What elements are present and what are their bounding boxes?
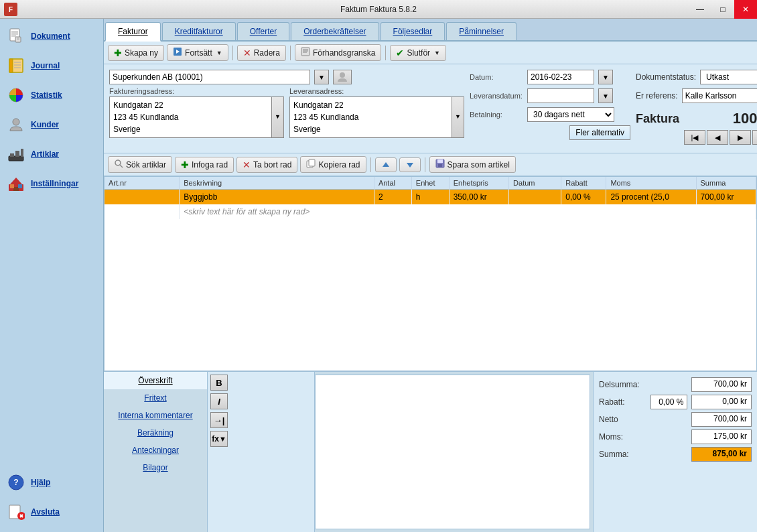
tab-foljesedlar[interactable]: Följesedlar bbox=[381, 22, 445, 40]
datum-cal-button[interactable]: ▼ bbox=[598, 70, 613, 84]
delsumma-label: Delsumma: bbox=[599, 380, 646, 389]
rabatt-pct-input[interactable] bbox=[650, 395, 687, 409]
summa-value: 875,00 kr bbox=[691, 447, 752, 462]
faktureringsadress-dropdown[interactable]: ▼ bbox=[271, 97, 283, 137]
text-editor[interactable] bbox=[316, 375, 590, 529]
new-row[interactable]: <skriv text här för att skapa ny rad> bbox=[105, 204, 756, 219]
sidebar-label-kunder: Kunder bbox=[31, 120, 59, 129]
table-row[interactable]: Byggjobb 2 h 350,00 kr 0,00 % 25 procent… bbox=[105, 190, 756, 204]
down-arrow-button[interactable] bbox=[399, 157, 421, 172]
sidebar-item-dokument[interactable]: Dokument bbox=[0, 21, 103, 51]
sidebar-item-statistik[interactable]: Statistik bbox=[0, 80, 103, 110]
customer-dropdown-button[interactable]: ▼ bbox=[314, 70, 329, 84]
nav-next-button[interactable]: ▶ bbox=[730, 130, 751, 145]
formula-button[interactable]: fx▼ bbox=[210, 431, 228, 447]
statistik-icon bbox=[7, 86, 25, 105]
close-button[interactable]: ✕ bbox=[734, 0, 757, 19]
tab-kreditfakturor[interactable]: Kreditfakturor bbox=[162, 22, 236, 40]
hjalp-button[interactable]: ? Hjälp bbox=[0, 468, 103, 497]
betalning-select[interactable]: 30 dagars nett bbox=[527, 107, 614, 122]
betalning-label: Betalning: bbox=[470, 111, 523, 119]
indent-button[interactable]: →| bbox=[210, 412, 228, 428]
forhandsgranska-button[interactable]: Förhandsgranska bbox=[295, 44, 381, 61]
sok-artiklar-button[interactable]: Sök artiklar bbox=[108, 156, 172, 173]
main-toolbar: ✚ Skapa ny Fortsätt ▼ ✕ Radera Förhand bbox=[104, 42, 757, 64]
er-referens-input[interactable] bbox=[682, 88, 757, 103]
dokumentstatus-row: Dokumentstatus: Utkast bbox=[636, 70, 757, 84]
betalning-row: Betalning: 30 dagars nett bbox=[470, 107, 630, 122]
sidebar-label-statistik: Statistik bbox=[31, 90, 62, 100]
main-layout: Dokument Journal bbox=[0, 19, 757, 532]
bottom-tab-anteckningar[interactable]: Anteckningar bbox=[104, 442, 207, 459]
fler-alternativ-button[interactable]: Fler alternativ bbox=[569, 125, 630, 140]
fortsatt-button[interactable]: Fortsätt ▼ bbox=[167, 44, 228, 61]
tab-paminnelser[interactable]: Påminnelser bbox=[446, 22, 517, 40]
form-top: ▼ Faktureringsadress: Kundgatan 22 123 4… bbox=[109, 70, 752, 147]
delsumma-value: 700,00 kr bbox=[691, 377, 752, 392]
nav-first-button[interactable]: |◀ bbox=[684, 130, 705, 145]
bottom-tab-berakning[interactable]: Beräkning bbox=[104, 424, 207, 442]
svg-point-36 bbox=[115, 160, 121, 165]
italic-button[interactable]: I bbox=[210, 393, 228, 409]
customer-person-button[interactable] bbox=[333, 70, 352, 84]
faktureringsadress-block: Faktureringsadress: Kundgatan 22 123 45 … bbox=[109, 87, 284, 138]
bottom-text-area[interactable] bbox=[315, 375, 590, 529]
spara-som-artikel-button[interactable]: Spara som artikel bbox=[429, 156, 516, 173]
ta-bort-rad-button[interactable]: ✕ Ta bort rad bbox=[236, 157, 297, 173]
svg-rect-31 bbox=[301, 48, 309, 56]
bold-button[interactable]: B bbox=[210, 375, 228, 391]
bottom-tab-overskrift[interactable]: Överskrift bbox=[104, 372, 207, 389]
tab-fakturor[interactable]: Fakturor bbox=[105, 22, 161, 42]
moms-value: 175,00 kr bbox=[691, 429, 752, 444]
form-area: ▼ Faktureringsadress: Kundgatan 22 123 4… bbox=[104, 64, 757, 153]
nav-last-button[interactable]: ▶| bbox=[752, 130, 757, 145]
leveransdatum-cal-button[interactable]: ▼ bbox=[598, 88, 613, 103]
invoice-table: Art.nr Beskrivning Antal Enhet Enhetspri… bbox=[105, 177, 756, 219]
kopiera-rad-button[interactable]: Kopiera rad bbox=[300, 156, 366, 173]
svg-rect-44 bbox=[438, 164, 442, 167]
summa-label: Summa: bbox=[599, 450, 646, 459]
cell-datum bbox=[509, 190, 561, 204]
bottom-tab-fritext[interactable]: Fritext bbox=[104, 389, 207, 407]
bottom-tab-interna-kommentarer[interactable]: Interna kommentarer bbox=[104, 407, 207, 424]
ta-bort-icon: ✕ bbox=[243, 159, 251, 170]
bottom-tab-bilagor[interactable]: Bilagor bbox=[104, 459, 207, 476]
table-area: Art.nr Beskrivning Antal Enhet Enhetspri… bbox=[104, 176, 757, 371]
rabatt-value: 0,00 kr bbox=[691, 395, 752, 409]
form-middle: Datum: ▼ Leveransdatum: ▼ Betalning: 30 … bbox=[470, 70, 630, 140]
cell-rabatt: 0,00 % bbox=[561, 190, 606, 204]
leveransadress-dropdown[interactable]: ▼ bbox=[452, 97, 464, 137]
faktura-row: Faktura 10004 bbox=[636, 110, 757, 127]
tab-orderbekraftelser[interactable]: Orderbekräftelser bbox=[291, 22, 378, 40]
svg-marker-41 bbox=[407, 163, 413, 168]
svg-marker-40 bbox=[383, 162, 389, 167]
nav-prev-button[interactable]: ◀ bbox=[707, 130, 728, 145]
customer-input[interactable] bbox=[109, 70, 310, 84]
datum-label: Datum: bbox=[470, 73, 523, 81]
dokumentstatus-select[interactable]: Utkast bbox=[700, 70, 757, 84]
tab-offerter[interactable]: Offerter bbox=[237, 22, 289, 40]
svg-rect-3 bbox=[11, 36, 16, 37]
col-antal: Antal bbox=[374, 177, 411, 190]
fortsatt-dropdown-icon: ▼ bbox=[216, 50, 222, 56]
avsluta-button[interactable]: Avsluta bbox=[0, 497, 103, 527]
minimize-button[interactable]: — bbox=[689, 0, 711, 19]
infoga-rad-button[interactable]: ✚ Infoga rad bbox=[175, 157, 234, 173]
leveransdatum-input[interactable] bbox=[527, 88, 594, 103]
radera-button[interactable]: ✕ Radera bbox=[237, 45, 286, 61]
sidebar-item-kunder[interactable]: Kunder bbox=[0, 110, 103, 139]
sidebar-item-artiklar[interactable]: Artiklar bbox=[0, 139, 103, 169]
sidebar-item-installningar[interactable]: Inställningar bbox=[0, 169, 103, 198]
col-datum: Datum bbox=[509, 177, 561, 190]
cell-enhetspris: 350,00 kr bbox=[449, 190, 508, 204]
up-arrow-button[interactable] bbox=[375, 157, 397, 172]
maximize-button[interactable]: □ bbox=[711, 0, 734, 19]
sidebar-item-journal[interactable]: Journal bbox=[0, 51, 103, 80]
datum-input[interactable] bbox=[527, 70, 594, 84]
skapa-ny-button[interactable]: ✚ Skapa ny bbox=[108, 45, 164, 61]
cell-enhet: h bbox=[411, 190, 449, 204]
svg-rect-21 bbox=[10, 184, 14, 188]
slutfor-button[interactable]: ✔ Slutför ▼ bbox=[390, 45, 446, 61]
er-referens-label: Er referens: bbox=[636, 91, 678, 101]
svg-rect-17 bbox=[21, 149, 23, 157]
